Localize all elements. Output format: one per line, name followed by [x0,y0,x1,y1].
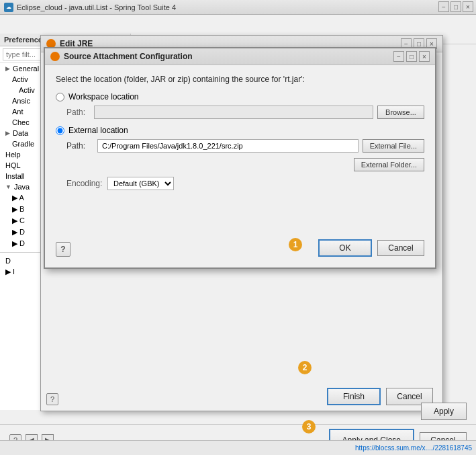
eclipse-title: Eclipse_cloud - java.util.List - Spring … [17,3,176,11]
source-cancel-button[interactable]: Cancel [377,240,424,256]
external-location-group: External location Path: External File...… [56,126,424,190]
ok-button[interactable]: OK [318,239,372,257]
eclipse-titlebar: ☁ Eclipse_cloud - java.util.List - Sprin… [0,0,476,15]
source-dialog-titlebar: Source Attachment Configuration − □ × [45,48,435,65]
encoding-row: Encoding: Default (GBK) [66,177,424,190]
encoding-select[interactable]: Default (GBK) [107,177,174,190]
external-path-input[interactable] [97,139,359,153]
apply-button[interactable]: Apply [421,403,467,420]
badge-1: 1 [289,238,302,251]
workspace-path-label: Path: [66,108,90,117]
restore-btn[interactable]: □ [450,1,461,12]
source-dialog-icon [50,52,60,61]
external-label: External location [68,126,128,135]
external-path-row: Path: External File... [66,139,424,153]
external-file-button[interactable]: External File... [363,139,424,153]
external-radio-row: External location [56,126,424,135]
workspace-label: Workspace location [68,92,139,101]
workspace-radio[interactable] [56,93,64,101]
close-btn[interactable]: × [463,1,473,12]
editjre-help-btn[interactable]: ? [46,393,58,405]
external-folder-row: External Folder... [56,158,424,171]
source-close-btn[interactable]: × [419,51,430,62]
source-minimize-btn[interactable]: − [393,51,404,62]
workspace-browse-button[interactable]: Browse... [377,106,424,119]
minimize-btn[interactable]: − [438,1,449,12]
help-icon[interactable]: ? [46,393,58,405]
source-restore-btn[interactable]: □ [406,51,417,62]
workspace-path-input[interactable] [94,106,373,119]
source-dialog-controls[interactable]: − □ × [393,51,430,62]
workspace-location-group: Workspace location Path: Browse... [56,92,424,119]
source-dialog-title: Source Attachment Configuration [50,52,193,61]
external-path-label: Path: [66,141,93,151]
status-url: https://blocss.sum.me/x..../2281618745 [355,444,472,452]
source-description: Select the location (folder, JAR or zip)… [56,75,424,84]
external-radio[interactable] [56,126,64,135]
eclipse-window-controls: − □ × [438,1,473,12]
external-folder-button[interactable]: External Folder... [354,158,424,171]
source-content: Select the location (folder, JAR or zip)… [45,65,435,206]
workspace-radio-row: Workspace location [56,92,424,101]
source-dialog-footer: OK Cancel [318,239,424,257]
apply-row: Apply [207,399,476,424]
source-attachment-dialog: Source Attachment Configuration − □ × Se… [44,47,436,269]
encoding-label: Encoding: [66,179,103,188]
source-help-button[interactable]: ? [56,242,70,257]
eclipse-app-icon: ☁ [4,3,13,12]
status-bar: https://blocss.sum.me/x..../2281618745 [0,440,476,455]
badge-3: 3 [302,420,316,433]
workspace-path-row: Path: Browse... [66,106,424,119]
badge-2: 2 [298,361,312,374]
